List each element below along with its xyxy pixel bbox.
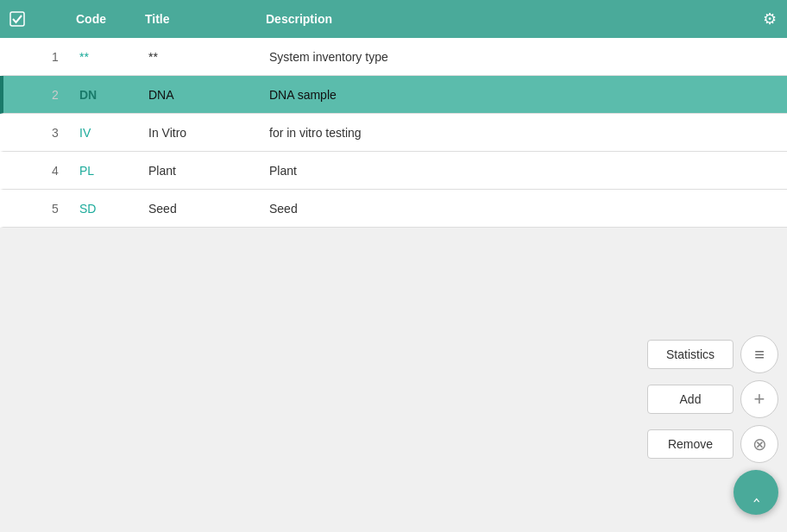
- table-header: Code Title Description ⚙: [0, 0, 787, 38]
- remove-icon-button[interactable]: ⊗: [740, 425, 778, 463]
- statistics-row: Statistics ≡: [647, 335, 778, 373]
- actions-area: Statistics ≡ Add + Remove ⊗: [647, 335, 787, 463]
- row-code: SD: [72, 202, 142, 216]
- svg-rect-0: [10, 12, 24, 26]
- row-title: In Vitro: [142, 126, 262, 140]
- table-row[interactable]: 1 ** ** System inventory type: [0, 38, 787, 76]
- plus-icon: +: [754, 390, 765, 409]
- table-body: 1 ** ** System inventory type 2 DN DNA D…: [0, 38, 787, 228]
- row-code: IV: [72, 126, 142, 140]
- row-number: 1: [38, 50, 72, 64]
- remove-row: Remove ⊗: [647, 425, 778, 463]
- gear-icon: ⚙: [763, 9, 777, 28]
- statistics-icon-button[interactable]: ≡: [740, 335, 778, 373]
- check-icon: [9, 11, 25, 27]
- row-description: Seed: [262, 202, 787, 216]
- row-number: 4: [38, 164, 72, 178]
- fab-collapse-button[interactable]: ‸: [733, 470, 778, 515]
- row-description: DNA sample: [262, 88, 787, 102]
- table-row[interactable]: 4 PL Plant Plant: [0, 152, 787, 190]
- main-container: Code Title Description ⚙ 1 ** ** System …: [0, 0, 787, 532]
- row-description: System inventory type: [262, 50, 787, 64]
- table-row[interactable]: 5 SD Seed Seed: [0, 190, 787, 228]
- add-button[interactable]: Add: [647, 385, 733, 414]
- row-number: 3: [38, 126, 72, 140]
- add-row: Add +: [647, 380, 778, 418]
- row-title: **: [142, 50, 262, 64]
- statistics-button[interactable]: Statistics: [647, 340, 733, 369]
- row-title: DNA: [142, 88, 262, 102]
- table-row[interactable]: 2 DN DNA DNA sample: [0, 76, 787, 114]
- remove-button[interactable]: Remove: [647, 429, 733, 459]
- table-row[interactable]: 3 IV In Vitro for in vitro testing: [0, 114, 787, 152]
- row-number: 2: [38, 88, 72, 102]
- row-description: Plant: [262, 164, 787, 178]
- row-code: DN: [72, 88, 142, 102]
- chevron-up-icon: ‸: [753, 482, 759, 501]
- header-title: Title: [138, 12, 259, 26]
- row-description: for in vitro testing: [262, 126, 787, 140]
- row-number: 5: [38, 202, 72, 216]
- add-icon-button[interactable]: +: [740, 380, 778, 418]
- gear-button[interactable]: ⚙: [752, 9, 787, 28]
- remove-circle-icon: ⊗: [752, 435, 767, 453]
- hamburger-icon: ≡: [754, 346, 765, 363]
- header-checkbox[interactable]: [0, 11, 35, 27]
- header-description: Description: [259, 12, 649, 26]
- header-code: Code: [69, 12, 138, 26]
- row-title: Seed: [142, 202, 262, 216]
- row-title: Plant: [142, 164, 262, 178]
- row-code: PL: [72, 164, 142, 178]
- row-code: **: [72, 50, 142, 64]
